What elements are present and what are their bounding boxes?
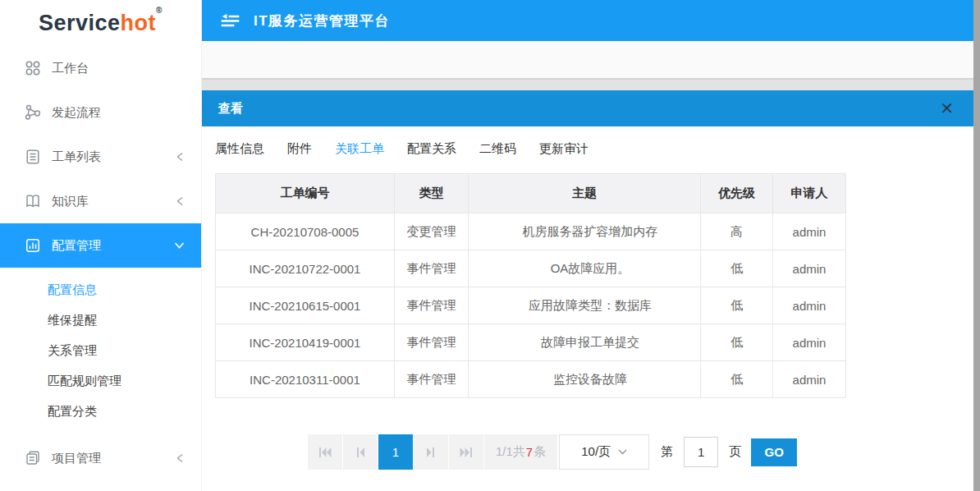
view-dialog: 查看 ✕ 属性信息 附件 关联工单 配置关系 二维码 更新审计 工单编号 类型 … (202, 90, 973, 491)
submenu-item-config-classification[interactable]: 配置分类 (0, 396, 201, 426)
config-submenu: 配置信息 维保提醒 关系管理 匹配规则管理 配置分类 (0, 268, 201, 429)
tab-config-relationship[interactable]: 配置关系 (407, 141, 456, 157)
ticket-id-link[interactable]: INC-20210722-0001 (216, 250, 395, 287)
ticket-applicant: admin (773, 287, 846, 324)
ticket-priority: 低 (701, 250, 773, 287)
sidebar: Servicehot® 工作台 发起流程 工单列表 (0, 0, 202, 491)
sidebar-item-label: 工单列表 (52, 149, 101, 165)
ticket-priority: 低 (701, 361, 773, 398)
submenu-item-relationship-management[interactable]: 关系管理 (0, 335, 201, 365)
first-page-button[interactable] (308, 434, 342, 470)
chevron-left-icon (176, 196, 185, 206)
pagination-bar: 1 1/1共7条 10/页 第 页 (308, 434, 973, 470)
collapse-sidebar-button[interactable] (220, 13, 240, 29)
sidebar-item-label: 项目管理 (52, 451, 101, 466)
tab-attribute-info[interactable]: 属性信息 (215, 141, 264, 157)
vertical-scrollbar[interactable] (973, 0, 980, 491)
ticket-type: 事件管理 (395, 361, 469, 398)
collapse-menu-icon (220, 13, 240, 29)
sidebar-item-worklist[interactable]: 工单列表 (0, 135, 201, 179)
chevron-down-icon (618, 449, 627, 455)
last-page-icon (460, 447, 473, 458)
first-page-icon (318, 447, 332, 458)
prev-page-icon (355, 447, 365, 458)
page-size-select[interactable]: 10/页 (559, 434, 649, 470)
tab-update-audit[interactable]: 更新审计 (539, 141, 588, 157)
breadcrumb-strip (202, 41, 973, 80)
ticket-applicant: admin (773, 213, 846, 250)
column-header-type: 类型 (395, 174, 469, 213)
next-page-icon (426, 447, 436, 458)
prev-page-button[interactable] (343, 434, 378, 470)
ticket-subject: 监控设备故障 (469, 361, 701, 398)
jump-prefix-label: 第 (661, 444, 673, 460)
column-header-priority: 优先级 (701, 174, 773, 213)
page-count-text: 1/1共 (496, 444, 525, 460)
sidebar-item-knowledge-base[interactable]: 知识库 (0, 179, 201, 223)
ticket-type: 变更管理 (395, 213, 469, 250)
sidebar-item-config-management[interactable]: 配置管理 (0, 223, 201, 268)
ticket-subject: OA故障应用。 (469, 250, 701, 287)
table-row: INC-20210311-0001 事件管理 监控设备故障 低 admin (216, 361, 846, 398)
sidebar-item-label: 配置管理 (52, 238, 101, 254)
ticket-subject: 应用故障类型：数据库 (469, 287, 701, 324)
logo-text-service: Service (39, 11, 121, 36)
ticket-priority: 低 (701, 287, 773, 324)
related-tickets-table: 工单编号 类型 主题 优先级 申请人 CH-20210708-0005 变更管理… (215, 173, 846, 398)
jump-suffix-label: 页 (729, 444, 741, 460)
sidebar-item-workbench[interactable]: 工作台 (0, 46, 201, 90)
ticket-subject: 机房服务器扩容增加内存 (469, 213, 701, 250)
submenu-item-maintenance-reminder[interactable]: 维保提醒 (0, 305, 201, 335)
dialog-header: 查看 ✕ (202, 90, 973, 126)
pagination-summary: 1/1共7条 (484, 434, 557, 470)
last-page-button[interactable] (449, 434, 483, 470)
top-bar: IT服务运营管理平台 (202, 0, 973, 41)
chart-icon (25, 237, 41, 254)
column-header-subject: 主题 (469, 174, 701, 213)
jump-page-input[interactable] (684, 437, 718, 467)
next-page-button[interactable] (414, 434, 448, 470)
ticket-id-link[interactable]: INC-20210419-0001 (216, 324, 395, 361)
dialog-title: 查看 (218, 101, 243, 117)
page-background-gap (202, 80, 973, 90)
sidebar-item-project-management[interactable]: 项目管理 (0, 436, 201, 480)
ticket-id-link[interactable]: INC-20210615-0001 (216, 287, 395, 324)
chevron-down-icon (174, 241, 185, 250)
sidebar-item-initiate-process[interactable]: 发起流程 (0, 90, 201, 135)
ticket-applicant: admin (773, 361, 846, 398)
ticket-type: 事件管理 (395, 250, 469, 287)
project-icon (25, 450, 41, 466)
go-button[interactable]: GO (751, 438, 797, 466)
close-icon[interactable]: ✕ (936, 99, 957, 118)
column-header-applicant: 申请人 (773, 174, 846, 213)
chevron-left-icon (176, 152, 185, 162)
tab-related-tickets[interactable]: 关联工单 (335, 141, 384, 157)
worklist-icon (25, 149, 41, 165)
ticket-priority: 低 (701, 324, 773, 361)
page-size-value: 10/页 (581, 444, 611, 460)
servicehot-logo[interactable]: Servicehot® (0, 0, 201, 46)
tab-qr-code[interactable]: 二维码 (479, 141, 516, 157)
ticket-priority: 高 (701, 213, 773, 250)
sidebar-item-label: 知识库 (52, 194, 89, 209)
page-1-button[interactable]: 1 (378, 434, 413, 470)
sidebar-item-label: 发起流程 (52, 105, 101, 121)
total-count: 7 (526, 445, 533, 459)
grid-icon (25, 60, 41, 76)
tab-attachments[interactable]: 附件 (287, 141, 312, 157)
count-unit: 条 (534, 444, 546, 460)
table-header-row: 工单编号 类型 主题 优先级 申请人 (216, 174, 846, 213)
logo-text-hot: hot (121, 11, 156, 36)
dialog-tabs: 属性信息 附件 关联工单 配置关系 二维码 更新审计 (202, 126, 973, 157)
ticket-id-link[interactable]: INC-20210311-0001 (216, 361, 395, 398)
ticket-type: 事件管理 (395, 287, 469, 324)
ticket-applicant: admin (773, 324, 846, 361)
logo-registered-mark: ® (156, 6, 163, 15)
ticket-id-link[interactable]: CH-20210708-0005 (216, 213, 395, 250)
table-row: INC-20210722-0001 事件管理 OA故障应用。 低 admin (216, 250, 846, 287)
book-icon (25, 193, 41, 209)
ticket-subject: 故障申报工单提交 (469, 324, 701, 361)
submenu-item-config-info[interactable]: 配置信息 (0, 274, 201, 305)
ticket-type: 事件管理 (395, 324, 469, 361)
submenu-item-matching-rules[interactable]: 匹配规则管理 (0, 365, 201, 396)
